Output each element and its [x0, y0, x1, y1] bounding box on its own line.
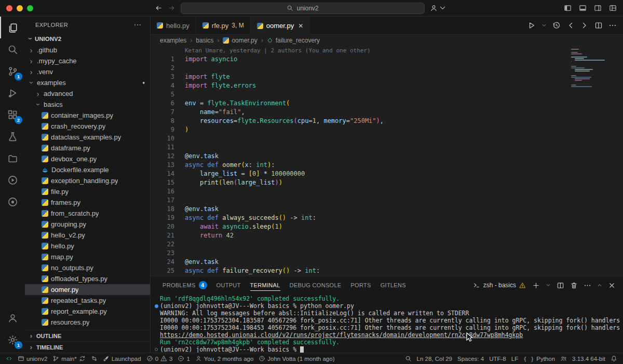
- code-line[interactable]: 22: [151, 240, 623, 249]
- code-line[interactable]: 25async def failure_recovery() -> int:: [151, 267, 623, 275]
- folder-explorer-icon[interactable]: [0, 147, 25, 169]
- encoding[interactable]: UTF-8: [486, 356, 509, 362]
- language-mode[interactable]: { }Python: [521, 356, 558, 362]
- folder-.venv[interactable]: ›.venv: [25, 66, 150, 77]
- terminal-profile-dropdown-icon[interactable]: [546, 283, 551, 288]
- code-line[interactable]: 21 return 42: [151, 231, 623, 240]
- file-oomer.py[interactable]: oomer.py: [25, 284, 150, 295]
- gitlens-icon[interactable]: [0, 191, 25, 213]
- panel-more-icon[interactable]: [584, 282, 591, 289]
- code-line[interactable]: 9): [151, 125, 623, 134]
- file-grouping.py[interactable]: grouping.py: [25, 219, 150, 230]
- code-line[interactable]: 20 await asyncio.sleep(1): [151, 222, 623, 231]
- eol-sequence[interactable]: LF: [509, 356, 521, 362]
- code-line[interactable]: 2: [151, 64, 623, 73]
- section-outline[interactable]: ›OUTLINE: [25, 330, 150, 341]
- git-compare[interactable]: [88, 353, 100, 364]
- settings-icon[interactable]: 1: [0, 329, 25, 351]
- info-count[interactable]: 1: [175, 353, 192, 364]
- kill-terminal-icon[interactable]: [570, 282, 578, 289]
- code-line[interactable]: 14 large_list = [0] * 100000000: [151, 170, 623, 178]
- command-center-search[interactable]: unionv2: [181, 3, 425, 14]
- workspace-root-row[interactable]: › UNIONV2: [25, 33, 150, 45]
- last-commit[interactable]: John Votta (1 month ago): [256, 353, 337, 364]
- split-editor-icon[interactable]: [594, 21, 603, 30]
- indentation[interactable]: Spaces: 4: [455, 356, 486, 362]
- task-runner-icon[interactable]: [0, 169, 25, 191]
- toggle-secondary-sidebar-icon[interactable]: [594, 4, 602, 12]
- terminal-line[interactable]: WARNING: All log messages before absl::I…: [153, 310, 623, 317]
- code-line[interactable]: 16: [151, 187, 623, 196]
- folder-.mypy_cache[interactable]: ›.mypy_cache: [25, 55, 150, 66]
- split-terminal-icon[interactable]: [557, 282, 564, 289]
- panel-tab-problems[interactable]: PROBLEMS4: [158, 276, 212, 294]
- git-branch[interactable]: main*: [50, 353, 88, 364]
- breadcrumb-item[interactable]: examples: [160, 37, 186, 44]
- file-offloaded_types.py[interactable]: offloaded_types.py: [25, 273, 150, 284]
- file-map.py[interactable]: map.py: [25, 251, 150, 262]
- file-container_images.py[interactable]: container_images.py: [25, 110, 150, 121]
- terminal-line[interactable]: Run 'rn2cc8dw77wp8mh4gkpb' completed suc…: [153, 339, 623, 346]
- panel-tab-ports[interactable]: PORTS: [346, 276, 375, 294]
- terminal-line[interactable]: (unionv2) johnvotta@JV---Work basics %: [153, 346, 623, 353]
- file-devbox_one.py[interactable]: devbox_one.py: [25, 153, 150, 164]
- code-line[interactable]: 24@env.task: [151, 258, 623, 267]
- code-line[interactable]: 13async def oomer(x: int):: [151, 161, 623, 170]
- code-line[interactable]: 17: [151, 196, 623, 205]
- minimap[interactable]: [571, 49, 617, 87]
- folder-.github[interactable]: ›.github: [25, 45, 150, 55]
- explorer-icon[interactable]: [0, 17, 25, 38]
- terminal-link[interactable]: https://demo.hosted.unionai.cloud/v2/run…: [160, 331, 523, 339]
- code-line[interactable]: 23: [151, 249, 623, 258]
- accounts-icon[interactable]: [0, 307, 25, 329]
- source-control-icon[interactable]: 1: [0, 60, 25, 82]
- folder-examples[interactable]: ›examples●: [25, 77, 150, 88]
- run-dropdown-icon[interactable]: [541, 23, 547, 28]
- close-window-button[interactable]: [6, 5, 12, 11]
- terminal-line[interactable]: I0000 00:00:1753752304.198453 40567296 f…: [153, 324, 623, 331]
- file-file.py[interactable]: file.py: [25, 186, 150, 197]
- terminal-output[interactable]: Run 'rdf8qgdlq496hln54x92' completed suc…: [151, 294, 623, 353]
- file-from_scratch.py[interactable]: from_scratch.py: [25, 208, 150, 219]
- file-frames.py[interactable]: frames.py: [25, 197, 150, 208]
- folder-basics[interactable]: ›basics: [25, 99, 150, 110]
- code-line[interactable]: 15 print(len(large_list)): [151, 178, 623, 187]
- terminal-instance-item[interactable]: zsh - basics: [473, 282, 526, 289]
- tab-oomer.py[interactable]: oomer.py✕: [251, 17, 310, 35]
- folder-advanced[interactable]: ›advanced: [25, 88, 150, 99]
- terminal-line[interactable]: I0000 00:00:1753752304.183587 40567296 f…: [153, 317, 623, 324]
- extensions-icon[interactable]: 2: [0, 104, 25, 125]
- blame-current-line[interactable]: You, 2 months ago: [193, 353, 256, 364]
- tab-hello.py[interactable]: hello.py: [151, 17, 196, 34]
- file-report_example.py[interactable]: report_example.py: [25, 306, 150, 317]
- code-line[interactable]: 3import flyte: [151, 73, 623, 81]
- problems-indicator[interactable]: 03: [144, 353, 175, 364]
- code-line[interactable]: 6env = flyte.TaskEnvironment(: [151, 99, 623, 108]
- file-no_outputs.py[interactable]: no_outputs.py: [25, 262, 150, 273]
- cursor-position[interactable]: Ln 28, Col 29: [414, 356, 455, 362]
- file-crash_recovery.py[interactable]: crash_recovery.py: [25, 121, 150, 132]
- search-icon[interactable]: [0, 38, 25, 60]
- code-line[interactable]: 5: [151, 90, 623, 99]
- maximize-panel-icon[interactable]: [597, 283, 602, 288]
- workspace-name[interactable]: unionv2: [15, 353, 50, 364]
- run-and-debug-icon[interactable]: [0, 82, 25, 104]
- panel-tab-terminal[interactable]: TERMINAL: [246, 276, 285, 294]
- terminal-line[interactable]: Run 'rdf8qgdlq496hln54x92' completed suc…: [153, 295, 623, 302]
- tab-rfe.py[interactable]: rfe.py3, M: [196, 17, 251, 34]
- file-repeated_tasks.py[interactable]: repeated_tasks.py: [25, 295, 150, 306]
- file-hello.py[interactable]: hello.py: [25, 241, 150, 251]
- zoom-indicator[interactable]: [402, 355, 414, 362]
- code-line[interactable]: 4import flyte.errors: [151, 81, 623, 90]
- code-line[interactable]: 18@env.task: [151, 205, 623, 214]
- code-line[interactable]: 12@env.task: [151, 152, 623, 161]
- code-line[interactable]: 7 name="fail",: [151, 108, 623, 117]
- toggle-primary-sidebar-icon[interactable]: [564, 4, 572, 12]
- minimize-window-button[interactable]: [17, 5, 23, 11]
- toggle-panel-icon[interactable]: [579, 4, 587, 12]
- code-editor[interactable]: Ketan Umare, yesterday | 2 authors (You …: [151, 46, 623, 276]
- gitlens-launchpad[interactable]: Launchpad: [100, 353, 144, 364]
- testing-icon[interactable]: [0, 125, 25, 147]
- nav-back-icon[interactable]: [566, 21, 575, 30]
- notifications-bell[interactable]: [608, 355, 620, 362]
